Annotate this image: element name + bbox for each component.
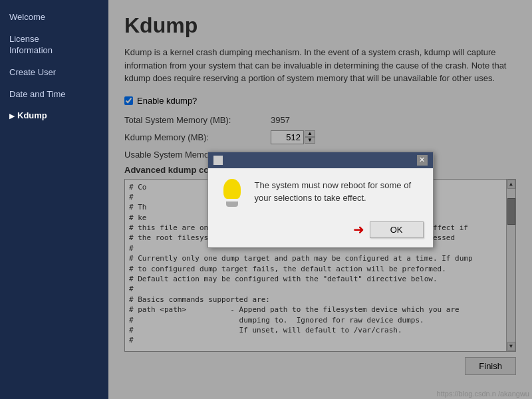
dialog-title-icon: [213, 156, 223, 165]
sidebar-item-create-user[interactable]: Create User: [0, 62, 108, 84]
dialog-footer: ➜ OK: [208, 217, 433, 247]
sidebar-item-welcome[interactable]: Welcome: [0, 7, 108, 29]
watermark: https://blog.csdn.n /akangwu: [437, 390, 529, 398]
arrow-hint-icon: ➜: [353, 221, 364, 237]
dialog: ✕ The system must now reboot for some of…: [207, 152, 434, 248]
dialog-close-button[interactable]: ✕: [417, 155, 428, 166]
ok-button[interactable]: OK: [370, 221, 424, 238]
lightbulb-icon: [217, 179, 247, 208]
main-content: Kdump Kdump is a kernel crash dumping me…: [108, 0, 532, 399]
dialog-message: The system must now reboot for some of y…: [255, 179, 424, 205]
sidebar: Welcome LicenseInformation Create User D…: [0, 0, 108, 399]
sidebar-item-kdump[interactable]: Kdump: [0, 105, 108, 127]
dialog-titlebar: ✕: [208, 152, 433, 168]
dialog-overlay: ✕ The system must now reboot for some of…: [108, 0, 532, 399]
sidebar-item-date-time[interactable]: Date and Time: [0, 84, 108, 106]
dialog-body: The system must now reboot for some of y…: [208, 168, 433, 217]
sidebar-item-license[interactable]: LicenseInformation: [0, 29, 108, 62]
